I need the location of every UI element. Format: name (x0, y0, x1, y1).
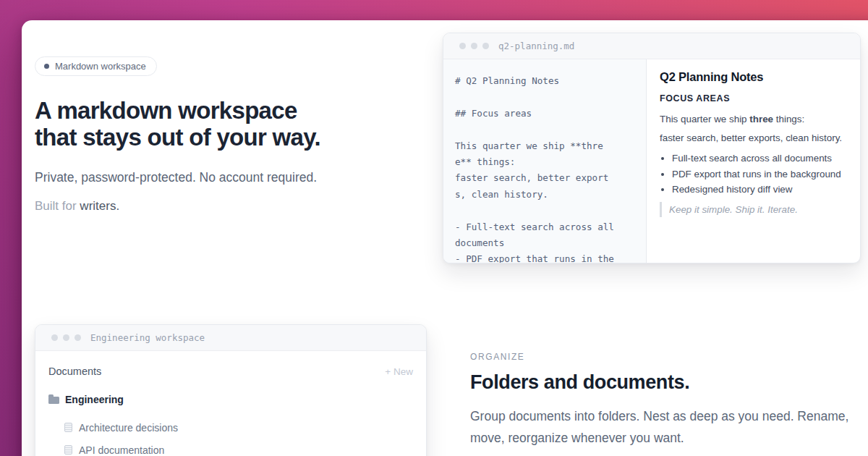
documents-header-row: Documents + New (35, 351, 426, 377)
code-line (455, 203, 636, 219)
code-line: - Full-text search across all (455, 219, 636, 235)
preview-quote: Keep it simple. Ship it. Iterate. (660, 202, 848, 217)
editor-window: q2-planning.md # Q2 Planning Notes## Foc… (443, 33, 861, 263)
file-row[interactable]: Architecture decisions (35, 416, 426, 439)
markdown-preview-pane: Q2 Planning Notes FOCUS AREAS This quart… (647, 59, 860, 263)
code-line: s, clean history. (455, 187, 636, 203)
page-card: Markdown workspace A markdown workspace … (22, 20, 868, 456)
workspace-window: Engineering workspace Documents + New En… (35, 324, 427, 456)
preview-intro: This quarter we ship three things:faster… (660, 110, 848, 148)
code-line: e** things: (455, 154, 636, 170)
workspace-window-title: Engineering workspace (90, 332, 205, 343)
preview-intro-line2: faster search, better exports, clean his… (660, 129, 848, 148)
documents-label: Documents (48, 366, 101, 377)
page-title: A markdown workspace that stays out of y… (35, 97, 425, 151)
page-title-line1: A markdown workspace (35, 97, 425, 124)
preview-subheading: FOCUS AREAS (660, 93, 848, 104)
traffic-light-dots-icon (51, 334, 81, 341)
code-line: faster search, better export (455, 170, 636, 186)
document-icon (64, 445, 72, 455)
folder-name: Engineering (65, 394, 124, 405)
preview-bullet-item: Full-text search across all documents (672, 151, 848, 166)
preview-bullet-item: PDF export that runs in the background (672, 166, 848, 182)
preview-bullet-item: Redesigned history diff view (672, 182, 848, 198)
file-list: Architecture decisions API documentation (35, 416, 426, 456)
editor-split-view: # Q2 Planning Notes## Focus areasThis qu… (443, 59, 860, 263)
code-line: This quarter we ship **thre (455, 138, 636, 154)
preview-heading: Q2 Planning Notes (660, 70, 848, 84)
preview-intro-line1: This quarter we ship three things: (660, 110, 848, 129)
code-line: - PDF export that runs in the (455, 251, 636, 263)
new-document-button[interactable]: + New (385, 366, 413, 377)
file-name: API documentation (79, 444, 164, 456)
code-line (455, 122, 636, 138)
folder-row-engineering[interactable]: Engineering (35, 394, 426, 405)
badge-label: Markdown workspace (55, 61, 146, 72)
organize-section: ORGANIZE Folders and documents. Group do… (470, 352, 852, 449)
preview-intro-bold: three (749, 114, 773, 124)
preview-intro-post: things: (773, 114, 804, 124)
file-row[interactable]: API documentation (35, 439, 426, 456)
file-name: Architecture decisions (79, 422, 178, 434)
organize-body: Group documents into folders. Nest as de… (470, 405, 852, 449)
hero-subtitle: Private, password-protected. No account … (35, 170, 425, 185)
workspace-window-titlebar: Engineering workspace (35, 325, 426, 351)
editor-window-titlebar: q2-planning.md (443, 33, 860, 59)
folder-icon (48, 397, 59, 404)
document-tree: Engineering Architecture decisions API d… (35, 394, 426, 456)
badge: Markdown workspace (35, 56, 157, 76)
code-line (455, 89, 636, 105)
preview-bullet-list: Full-text search across all documentsPDF… (660, 151, 848, 198)
tagline-emphasis: writers. (80, 199, 119, 213)
code-line: # Q2 Planning Notes (455, 73, 636, 89)
markdown-source-pane[interactable]: # Q2 Planning Notes## Focus areasThis qu… (443, 59, 647, 263)
code-line: documents (455, 235, 636, 251)
organize-heading: Folders and documents. (470, 371, 852, 394)
traffic-light-dots-icon (459, 43, 489, 49)
editor-window-title: q2-planning.md (498, 41, 574, 51)
organize-eyebrow: ORGANIZE (470, 352, 852, 362)
hero-tagline: Built for writers. (35, 199, 425, 214)
preview-intro-pre: This quarter we ship (660, 114, 749, 124)
page-title-line2: that stays out of your way. (35, 124, 425, 151)
code-line: ## Focus areas (455, 106, 636, 122)
badge-dot-icon (44, 64, 49, 69)
hero-section: Markdown workspace A markdown workspace … (35, 56, 425, 214)
document-icon (64, 423, 72, 432)
tagline-prefix: Built for (35, 199, 80, 213)
